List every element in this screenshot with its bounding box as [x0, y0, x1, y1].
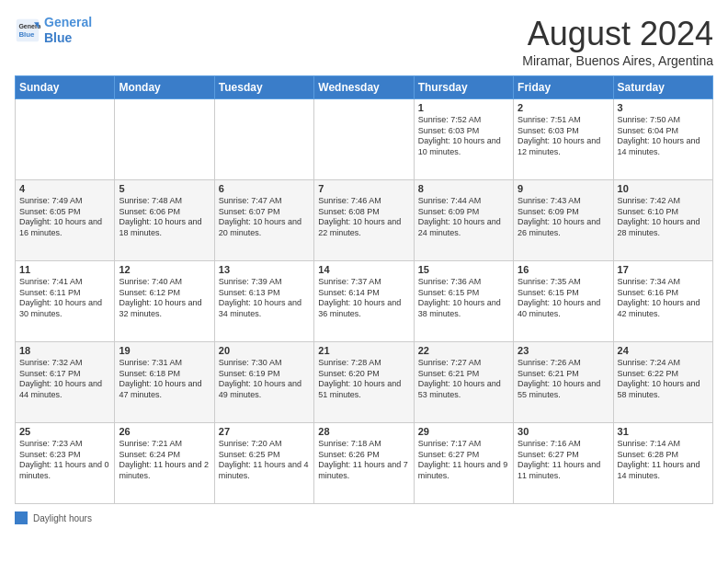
day-info: Sunset: 6:03 PM [418, 126, 509, 137]
day-info: Daylight: 10 hours and 12 minutes. [518, 136, 609, 157]
day-info: Sunrise: 7:34 AM [618, 277, 709, 288]
day-number: 1 [418, 102, 509, 113]
day-info: Daylight: 10 hours and 32 minutes. [119, 298, 210, 319]
day-info: Sunrise: 7:52 AM [418, 115, 509, 126]
day-info: Sunrise: 7:36 AM [418, 277, 509, 288]
day-number: 3 [618, 102, 709, 113]
calendar-cell [214, 99, 313, 180]
day-number: 2 [518, 102, 609, 113]
day-number: 12 [119, 264, 210, 275]
day-info: Sunrise: 7:48 AM [119, 196, 210, 207]
day-info: Sunrise: 7:40 AM [119, 277, 210, 288]
day-info: Daylight: 10 hours and 30 minutes. [19, 298, 110, 319]
calendar-cell: 4Sunrise: 7:49 AMSunset: 6:05 PMDaylight… [16, 180, 115, 261]
weekday-header: Saturday [613, 76, 712, 99]
day-number: 24 [618, 345, 709, 356]
day-number: 19 [119, 345, 210, 356]
weekday-header: Tuesday [214, 76, 313, 99]
day-info: Daylight: 10 hours and 49 minutes. [219, 379, 310, 400]
calendar-cell: 12Sunrise: 7:40 AMSunset: 6:12 PMDayligh… [115, 261, 214, 342]
day-info: Sunset: 6:18 PM [119, 369, 210, 380]
day-info: Daylight: 10 hours and 44 minutes. [19, 379, 110, 400]
day-info: Sunset: 6:04 PM [618, 126, 709, 137]
day-info: Sunset: 6:13 PM [219, 288, 310, 299]
day-info: Sunset: 6:08 PM [318, 207, 409, 218]
day-info: Daylight: 11 hours and 9 minutes. [418, 460, 509, 481]
day-number: 26 [119, 426, 210, 437]
day-info: Sunrise: 7:23 AM [19, 439, 110, 450]
calendar-cell: 17Sunrise: 7:34 AMSunset: 6:16 PMDayligh… [613, 261, 712, 342]
day-info: Sunrise: 7:20 AM [219, 439, 310, 450]
calendar-cell: 2Sunrise: 7:51 AMSunset: 6:03 PMDaylight… [514, 99, 613, 180]
calendar-cell: 3Sunrise: 7:50 AMSunset: 6:04 PMDaylight… [613, 99, 712, 180]
logo-text: General Blue [44, 15, 92, 46]
day-info: Daylight: 11 hours and 14 minutes. [618, 460, 709, 481]
day-number: 13 [219, 264, 310, 275]
calendar-cell: 27Sunrise: 7:20 AMSunset: 6:25 PMDayligh… [214, 423, 313, 504]
calendar-cell: 8Sunrise: 7:44 AMSunset: 6:09 PMDaylight… [414, 180, 513, 261]
day-info: Daylight: 10 hours and 58 minutes. [618, 379, 709, 400]
calendar-cell: 1Sunrise: 7:52 AMSunset: 6:03 PMDaylight… [414, 99, 513, 180]
day-info: Daylight: 10 hours and 34 minutes. [219, 298, 310, 319]
weekday-header: Thursday [414, 76, 513, 99]
calendar-cell: 6Sunrise: 7:47 AMSunset: 6:07 PMDaylight… [214, 180, 313, 261]
day-info: Sunrise: 7:14 AM [618, 439, 709, 450]
day-info: Daylight: 10 hours and 22 minutes. [318, 217, 409, 238]
weekday-header: Wednesday [314, 76, 414, 99]
day-number: 20 [219, 345, 310, 356]
day-info: Sunset: 6:06 PM [119, 207, 210, 218]
legend-color-box [15, 511, 28, 524]
day-info: Sunset: 6:14 PM [318, 288, 409, 299]
day-info: Daylight: 11 hours and 11 minutes. [518, 460, 609, 481]
calendar-cell: 28Sunrise: 7:18 AMSunset: 6:26 PMDayligh… [314, 423, 414, 504]
day-info: Sunrise: 7:44 AM [418, 196, 509, 207]
calendar-cell: 31Sunrise: 7:14 AMSunset: 6:28 PMDayligh… [613, 423, 712, 504]
day-info: Sunset: 6:05 PM [19, 207, 110, 218]
calendar-cell: 11Sunrise: 7:41 AMSunset: 6:11 PMDayligh… [16, 261, 115, 342]
day-info: Daylight: 10 hours and 47 minutes. [119, 379, 210, 400]
day-number: 8 [418, 183, 509, 194]
logo-icon: General Blue [15, 17, 40, 43]
day-info: Daylight: 10 hours and 20 minutes. [219, 217, 310, 238]
day-info: Sunrise: 7:32 AM [19, 358, 110, 369]
calendar-cell: 30Sunrise: 7:16 AMSunset: 6:27 PMDayligh… [514, 423, 613, 504]
calendar-cell: 5Sunrise: 7:48 AMSunset: 6:06 PMDaylight… [115, 180, 214, 261]
day-number: 28 [318, 426, 409, 437]
day-info: Daylight: 11 hours and 0 minutes. [19, 460, 110, 481]
day-number: 6 [219, 183, 310, 194]
legend: Daylight hours [15, 511, 713, 524]
day-info: Sunset: 6:27 PM [418, 450, 509, 461]
day-info: Sunrise: 7:41 AM [19, 277, 110, 288]
day-info: Sunset: 6:20 PM [318, 369, 409, 380]
day-info: Sunset: 6:03 PM [518, 126, 609, 137]
day-number: 5 [119, 183, 210, 194]
calendar-cell: 7Sunrise: 7:46 AMSunset: 6:08 PMDaylight… [314, 180, 414, 261]
day-info: Sunset: 6:09 PM [418, 207, 509, 218]
month-title: August 2024 [522, 15, 713, 53]
day-info: Sunset: 6:15 PM [518, 288, 609, 299]
day-info: Daylight: 10 hours and 14 minutes. [618, 136, 709, 157]
day-info: Daylight: 10 hours and 36 minutes. [318, 298, 409, 319]
svg-text:Blue: Blue [18, 30, 35, 39]
calendar-cell: 14Sunrise: 7:37 AMSunset: 6:14 PMDayligh… [314, 261, 414, 342]
day-info: Sunrise: 7:30 AM [219, 358, 310, 369]
calendar-week-row: 1Sunrise: 7:52 AMSunset: 6:03 PMDaylight… [16, 99, 713, 180]
calendar-week-row: 11Sunrise: 7:41 AMSunset: 6:11 PMDayligh… [16, 261, 713, 342]
day-number: 16 [518, 264, 609, 275]
day-info: Sunrise: 7:18 AM [318, 439, 409, 450]
day-info: Daylight: 10 hours and 18 minutes. [119, 217, 210, 238]
day-number: 29 [418, 426, 509, 437]
day-info: Sunset: 6:21 PM [518, 369, 609, 380]
calendar-cell: 10Sunrise: 7:42 AMSunset: 6:10 PMDayligh… [613, 180, 712, 261]
day-info: Sunrise: 7:27 AM [418, 358, 509, 369]
location: Miramar, Buenos Aires, Argentina [522, 53, 713, 68]
day-number: 21 [318, 345, 409, 356]
calendar-cell [115, 99, 214, 180]
legend-label: Daylight hours [33, 513, 92, 523]
day-info: Daylight: 11 hours and 4 minutes. [219, 460, 310, 481]
day-info: Sunset: 6:24 PM [119, 450, 210, 461]
day-info: Sunset: 6:15 PM [418, 288, 509, 299]
calendar-cell: 26Sunrise: 7:21 AMSunset: 6:24 PMDayligh… [115, 423, 214, 504]
day-info: Sunset: 6:07 PM [219, 207, 310, 218]
day-number: 31 [618, 426, 709, 437]
